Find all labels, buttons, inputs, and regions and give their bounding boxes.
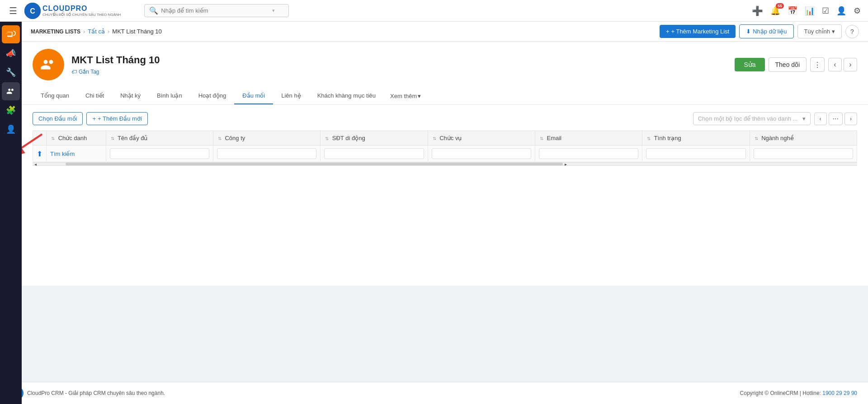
record-avatar bbox=[33, 49, 64, 80]
search-cong-ty[interactable] bbox=[217, 148, 316, 159]
tab-binh-luan[interactable]: Bình luận bbox=[149, 88, 190, 104]
dashboard-button[interactable]: 📊 bbox=[805, 6, 815, 16]
scroll-right-icon[interactable]: ▸ bbox=[563, 162, 569, 167]
data-table: ⇅ Chức danh ⇅ Tên đầy đủ ⇅ Công ty ⇅ SĐT… bbox=[33, 131, 857, 162]
table-header-sdt[interactable]: ⇅ SĐT di động bbox=[321, 131, 428, 146]
breadcrumb-all[interactable]: Tất cả bbox=[88, 28, 105, 35]
table-header-checkbox bbox=[33, 131, 47, 146]
tab-chi-tiet[interactable]: Chi tiết bbox=[77, 88, 112, 104]
record-tags: 🏷 Gắn Tag bbox=[71, 69, 727, 75]
table-header-nganh-nghe[interactable]: ⇅ Ngành nghề bbox=[750, 131, 857, 146]
profile-button[interactable]: 👤 bbox=[836, 6, 846, 16]
breadcrumb-bar: MARKETING LISTS › Tất cả › MKT List Thán… bbox=[22, 22, 868, 42]
table-header-chuc-danh[interactable]: ⇅ Chức danh bbox=[47, 131, 106, 146]
list-next-button[interactable]: › bbox=[844, 113, 857, 125]
calendar-button[interactable]: 📅 bbox=[788, 6, 797, 16]
list-prev-button[interactable]: ‹ bbox=[814, 113, 827, 125]
add-marketing-list-button[interactable]: + + Thêm Marketing List bbox=[660, 25, 736, 38]
sort-icon: ⇅ bbox=[218, 136, 222, 141]
search-chuc-vu[interactable] bbox=[432, 148, 531, 159]
tab-nhat-ky[interactable]: Nhật ký bbox=[112, 88, 149, 104]
table-header-ten-day-du[interactable]: ⇅ Tên đầy đủ bbox=[106, 131, 213, 146]
search-label[interactable]: Tìm kiếm bbox=[50, 150, 75, 157]
table-header-tinh-trang[interactable]: ⇅ Tình trạng bbox=[642, 131, 750, 146]
nav-icons: ➕ 🔔 55 📅 📊 ☑ 👤 ⚙ bbox=[752, 5, 861, 16]
filter-placeholder: Chọn một bộ lọc để thêm vào danh ... bbox=[698, 115, 800, 122]
logo-area: C CLOUDPRO CHUYỂN ĐỔI SỐ CHUYÊN SÂU THEO… bbox=[24, 3, 121, 19]
record-title: MKT List Tháng 10 bbox=[71, 54, 727, 66]
table-header-email[interactable]: ⇅ Email bbox=[535, 131, 642, 146]
search-input-cell-email bbox=[535, 146, 642, 162]
tab-lien-he[interactable]: Liên hệ bbox=[273, 88, 309, 104]
prev-record-button[interactable]: ‹ bbox=[828, 58, 842, 71]
edit-button[interactable]: Sửa bbox=[735, 58, 764, 71]
sort-icon: ⇅ bbox=[51, 136, 55, 141]
sidebar-item-contacts[interactable]: 👤 bbox=[2, 120, 20, 138]
logo-sub: CHUYỂN ĐỔI SỐ CHUYÊN SÂU THEO NGÀNH bbox=[42, 13, 121, 17]
sort-icon: ⇅ bbox=[433, 136, 436, 141]
sidebar-item-marketing-lists[interactable] bbox=[2, 82, 20, 100]
footer-left: 💬 CloudPro CRM - Giải pháp CRM chuyên sâ… bbox=[11, 387, 165, 399]
logo-text: CLOUDPRO bbox=[42, 5, 121, 13]
search-row-icon: ⬆ bbox=[37, 150, 42, 158]
more-options-button[interactable]: ⋮ bbox=[810, 57, 825, 72]
sort-icon: ⇅ bbox=[111, 136, 114, 141]
download-icon: ⬇ bbox=[746, 28, 751, 35]
search-input-cell-ten bbox=[106, 146, 213, 162]
follow-button[interactable]: Theo dõi bbox=[769, 57, 807, 72]
select-lead-button[interactable]: Chọn Đầu mối bbox=[33, 112, 83, 125]
main-content: MARKETING LISTS › Tất cả › MKT List Thán… bbox=[22, 22, 868, 404]
search-input[interactable] bbox=[161, 7, 269, 14]
sort-icon: ⇅ bbox=[647, 136, 651, 141]
tab-xem-them[interactable]: Xem thêm ▾ bbox=[384, 88, 427, 104]
search-sdt[interactable] bbox=[324, 148, 424, 159]
record-actions: Sửa Theo dõi ⋮ ‹ › bbox=[735, 57, 857, 72]
tab-khach-hang[interactable]: Khách khàng mục tiêu bbox=[309, 88, 384, 104]
settings-button[interactable]: ⚙ bbox=[854, 6, 861, 16]
search-nganh-nghe[interactable] bbox=[754, 148, 853, 159]
help-button[interactable]: ? bbox=[845, 25, 859, 38]
scroll-left-icon[interactable]: ◂ bbox=[33, 162, 38, 167]
hamburger-button[interactable]: ☰ bbox=[7, 4, 19, 18]
tab-tong-quan[interactable]: Tổng quan bbox=[33, 88, 77, 104]
table-header-cong-ty[interactable]: ⇅ Công ty bbox=[213, 131, 320, 146]
breadcrumb-sep2: › bbox=[108, 28, 109, 35]
tab-hoat-dong[interactable]: Hoạt động bbox=[190, 88, 235, 104]
next-record-button[interactable]: › bbox=[844, 58, 857, 71]
table-header-chuc-vu[interactable]: ⇅ Chức vụ bbox=[428, 131, 535, 146]
chevron-down-icon: ▾ bbox=[272, 8, 275, 14]
sort-icon: ⇅ bbox=[325, 136, 329, 141]
add-lead-button[interactable]: + + Thêm Đầu mới bbox=[86, 112, 147, 125]
notification-badge: 55 bbox=[776, 3, 784, 9]
list-toolbar: Chọn Đầu mối + + Thêm Đầu mới Chọn một b… bbox=[33, 112, 857, 125]
search-icon: 🔍 bbox=[149, 6, 158, 15]
tasks-button[interactable]: ☑ bbox=[822, 6, 829, 16]
record-top-row: MKT List Tháng 10 🏷 Gắn Tag Sửa Theo dõi… bbox=[33, 49, 857, 86]
scroll-bar-thumb[interactable] bbox=[66, 163, 563, 165]
sidebar-item-puzzle[interactable]: 🧩 bbox=[2, 101, 20, 119]
chevron-down-icon: ▾ bbox=[832, 28, 835, 35]
add-nav-button[interactable]: ➕ bbox=[752, 5, 763, 16]
list-nav-right: ‹ ··· › bbox=[814, 113, 857, 125]
import-data-button[interactable]: ⬇ Nhập dữ liệu bbox=[739, 24, 793, 38]
search-tinh-trang[interactable] bbox=[646, 148, 745, 159]
search-ten-day-du[interactable] bbox=[110, 148, 209, 159]
footer: 💬 CloudPro CRM - Giải pháp CRM chuyên sâ… bbox=[0, 382, 868, 404]
sidebar-item-megaphone[interactable] bbox=[2, 25, 20, 43]
record-title-area: MKT List Tháng 10 🏷 Gắn Tag bbox=[71, 54, 727, 75]
footer-hotline[interactable]: 1900 29 29 90 bbox=[822, 390, 857, 396]
record-header: MKT List Tháng 10 🏷 Gắn Tag Sửa Theo dõi… bbox=[22, 42, 868, 105]
list-more-button[interactable]: ··· bbox=[829, 113, 843, 125]
filter-dropdown[interactable]: Chọn một bộ lọc để thêm vào danh ... ▾ bbox=[693, 112, 811, 125]
horizontal-scrollbar[interactable]: ◂ ▸ bbox=[33, 162, 857, 166]
filter-chevron-icon: ▾ bbox=[802, 115, 806, 122]
footer-app-name: CloudPro CRM - Giải pháp CRM chuyên sâu … bbox=[27, 390, 165, 396]
sidebar-item-campaigns[interactable]: 📣 bbox=[2, 44, 20, 62]
tab-dau-moi[interactable]: Đầu mối bbox=[234, 88, 273, 104]
search-input-cell-sdt bbox=[321, 146, 428, 162]
sidebar-item-tools[interactable]: 🔧 bbox=[2, 63, 20, 81]
search-email[interactable] bbox=[539, 148, 638, 159]
tag-link[interactable]: 🏷 Gắn Tag bbox=[71, 69, 727, 75]
notification-button[interactable]: 🔔 55 bbox=[770, 6, 780, 16]
customize-button[interactable]: Tùy chỉnh ▾ bbox=[797, 24, 842, 38]
